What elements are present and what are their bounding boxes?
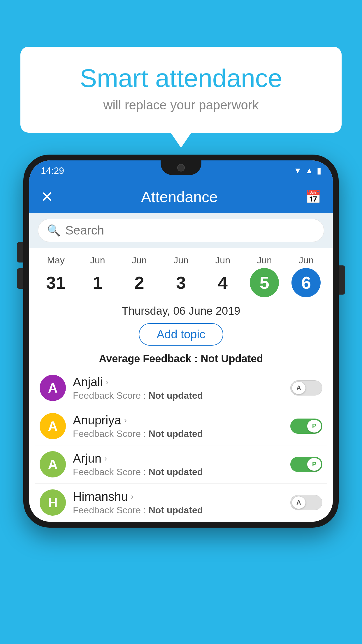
- add-topic-button[interactable]: Add topic: [139, 323, 224, 346]
- student-item: A Anjali › Feedback Score : Not updated …: [35, 369, 327, 407]
- phone-notch: [161, 160, 201, 175]
- status-time: 14:29: [41, 165, 64, 176]
- student-info: Anjali › Feedback Score : Not updated: [73, 375, 283, 401]
- calendar-day[interactable]: Jun 1: [80, 255, 115, 297]
- student-name[interactable]: Himanshu ›: [73, 490, 283, 504]
- volume-up-button: [17, 242, 23, 262]
- cal-date-label: 31: [41, 268, 71, 297]
- student-avatar: A: [40, 413, 66, 439]
- student-name[interactable]: Arjun ›: [73, 452, 283, 466]
- avg-feedback-label: Average Feedback :: [99, 353, 201, 365]
- avg-feedback: Average Feedback : Not Updated: [29, 349, 333, 369]
- attendance-toggle[interactable]: A: [290, 380, 322, 396]
- cal-month-label: May: [47, 255, 64, 266]
- feedback-value: Not updated: [149, 428, 203, 439]
- student-avatar: A: [40, 375, 66, 401]
- attendance-toggle-wrap[interactable]: P: [290, 457, 322, 472]
- calendar-day[interactable]: Jun 3: [164, 255, 198, 297]
- phone-screen: 14:29 ▼ ▲ ▮ ✕ Attendance 📅 🔍: [29, 160, 333, 522]
- feedback-value: Not updated: [149, 467, 203, 477]
- phone: 14:29 ▼ ▲ ▮ ✕ Attendance 📅 🔍: [23, 155, 339, 528]
- cal-month-label: Jun: [173, 255, 189, 266]
- cal-date-label: 1: [83, 268, 112, 297]
- chevron-right-icon: ›: [104, 454, 107, 463]
- calendar-day[interactable]: Jun 5: [247, 255, 282, 297]
- cal-date-label: 6: [291, 268, 321, 297]
- bubble-title: Smart attendance: [44, 64, 318, 92]
- feedback-score: Feedback Score : Not updated: [73, 428, 283, 439]
- toggle-knob: A: [292, 496, 306, 509]
- toggle-knob: P: [307, 420, 321, 433]
- calendar-day[interactable]: Jun 2: [122, 255, 157, 297]
- wifi-icon: ▼: [294, 166, 302, 175]
- front-camera: [177, 164, 185, 172]
- search-icon: 🔍: [47, 224, 61, 237]
- chevron-right-icon: ›: [131, 492, 133, 501]
- cal-month-label: Jun: [215, 255, 230, 266]
- student-name[interactable]: Anjali ›: [73, 375, 283, 389]
- search-input[interactable]: [65, 223, 315, 237]
- feedback-score: Feedback Score : Not updated: [73, 390, 283, 401]
- speech-bubble: Smart attendance will replace your paper…: [20, 47, 342, 133]
- cal-month-label: Jun: [132, 255, 147, 266]
- attendance-toggle-wrap[interactable]: A: [290, 495, 322, 510]
- app-bar: ✕ Attendance 📅: [29, 181, 333, 213]
- calendar-strip: May 31 Jun 1 Jun 2 Jun 3 Jun 4 Jun 5 Jun…: [29, 248, 333, 300]
- student-avatar: A: [40, 451, 66, 477]
- battery-icon: ▮: [317, 166, 321, 176]
- power-button: [339, 265, 345, 295]
- student-item: H Himanshu › Feedback Score : Not update…: [35, 484, 327, 522]
- phone-container: 14:29 ▼ ▲ ▮ ✕ Attendance 📅 🔍: [23, 155, 339, 528]
- attendance-toggle[interactable]: P: [290, 457, 322, 472]
- volume-down-button: [17, 268, 23, 289]
- student-info: Anupriya › Feedback Score : Not updated: [73, 413, 283, 439]
- cal-date-label: 4: [208, 268, 237, 297]
- student-info: Arjun › Feedback Score : Not updated: [73, 452, 283, 477]
- cal-date-label: 3: [166, 268, 196, 297]
- feedback-score: Feedback Score : Not updated: [73, 467, 283, 477]
- feedback-value: Not updated: [149, 505, 203, 515]
- cal-month-label: Jun: [257, 255, 272, 266]
- chevron-right-icon: ›: [106, 377, 108, 387]
- chevron-right-icon: ›: [124, 416, 127, 425]
- feedback-score: Feedback Score : Not updated: [73, 505, 283, 516]
- calendar-day[interactable]: Jun 6: [289, 255, 324, 297]
- status-icons: ▼ ▲ ▮: [294, 166, 321, 176]
- student-item: A Arjun › Feedback Score : Not updated P: [35, 445, 327, 484]
- student-info: Himanshu › Feedback Score : Not updated: [73, 490, 283, 516]
- date-heading: Thursday, 06 June 2019: [29, 300, 333, 320]
- calendar-day[interactable]: May 31: [38, 255, 73, 297]
- attendance-toggle-wrap[interactable]: A: [290, 380, 322, 396]
- student-name[interactable]: Anupriya ›: [73, 413, 283, 427]
- calendar-day[interactable]: Jun 4: [205, 255, 240, 297]
- attendance-toggle-wrap[interactable]: P: [290, 419, 322, 434]
- signal-icon: ▲: [305, 166, 313, 175]
- cal-month-label: Jun: [90, 255, 105, 266]
- student-item: A Anupriya › Feedback Score : Not update…: [35, 407, 327, 445]
- cal-date-label: 2: [125, 268, 154, 297]
- speech-bubble-container: Smart attendance will replace your paper…: [20, 47, 342, 133]
- toggle-knob: P: [307, 458, 321, 471]
- search-bar-container: 🔍: [29, 213, 333, 248]
- close-button[interactable]: ✕: [41, 188, 54, 206]
- student-list: A Anjali › Feedback Score : Not updated …: [29, 369, 333, 522]
- cal-date-label: 5: [250, 268, 279, 297]
- feedback-value: Not updated: [149, 390, 203, 401]
- app-bar-title: Attendance: [141, 188, 218, 206]
- student-avatar: H: [40, 489, 66, 516]
- attendance-toggle[interactable]: P: [290, 419, 322, 434]
- attendance-toggle[interactable]: A: [290, 495, 322, 510]
- toggle-knob: A: [292, 382, 306, 394]
- calendar-icon[interactable]: 📅: [305, 189, 321, 204]
- avg-feedback-value: Not Updated: [201, 353, 263, 365]
- search-bar[interactable]: 🔍: [38, 219, 324, 242]
- cal-month-label: Jun: [299, 255, 314, 266]
- bubble-subtitle: will replace your paperwork: [44, 98, 318, 112]
